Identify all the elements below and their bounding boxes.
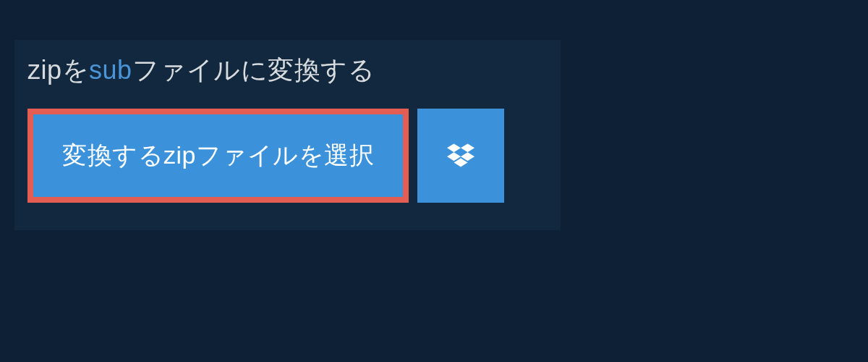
title-highlight: sub — [89, 55, 132, 85]
button-row: 変換するzipファイルを選択 — [14, 109, 561, 203]
dropbox-button[interactable] — [417, 109, 504, 203]
title-suffix: ファイルに変換する — [132, 55, 375, 85]
panel-header: zipをsubファイルに変換する — [14, 40, 461, 109]
dropbox-icon — [447, 142, 475, 169]
select-file-label: 変換するzipファイルを選択 — [62, 139, 374, 172]
title-prefix: zip — [27, 55, 62, 85]
page-title: zipをsubファイルに変換する — [27, 53, 448, 88]
converter-panel: zipをsubファイルに変換する 変換するzipファイルを選択 — [14, 40, 561, 230]
select-file-button[interactable]: 変換するzipファイルを選択 — [27, 109, 409, 203]
title-mid1: を — [62, 55, 90, 85]
